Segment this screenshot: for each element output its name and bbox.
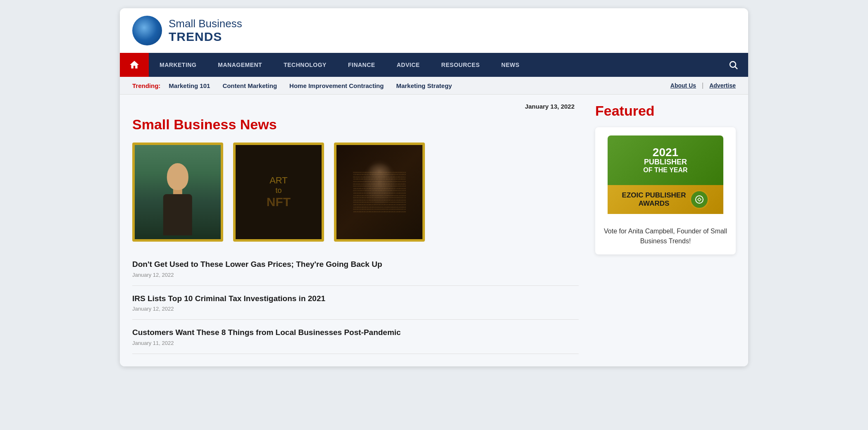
svg-point-0 [730,62,736,67]
featured-card: 2021 PUBLISHER OF THE YEAR EZOIC PUBLISH… [595,127,736,254]
art-nft-card: ART to NFT [233,143,324,242]
home-button[interactable] [120,53,149,77]
mona-figure [143,159,212,239]
trending-content-marketing[interactable]: Content Marketing [222,82,277,89]
award-badge: 2021 PUBLISHER OF THE YEAR EZOIC PUBLISH… [608,135,723,218]
logo-small-business: Small Business [169,18,242,30]
badge-circle [690,190,709,209]
nft-portrait-image: 0100101011010010100101011010010100101011… [334,143,425,242]
badge-publisher: PUBLISHER [644,158,687,166]
nav-news[interactable]: NEWS [491,54,530,76]
page-wrapper: Small Business TRENDS MARKETING MANAGEME… [120,8,748,366]
mona-face [167,163,188,190]
nav-resources[interactable]: RESOURCES [431,54,491,76]
nft-label: NFT [267,195,291,209]
badge-awards-text: AWARDS [622,200,686,208]
trending-marketing-strategy[interactable]: Marketing Strategy [396,82,452,89]
logo-text: Small Business TRENDS [169,18,242,43]
mona-body [163,194,192,235]
badge-green: 2021 PUBLISHER OF THE YEAR [608,135,723,185]
nft-to-label: to [267,186,291,195]
news-item-2: IRS Lists Top 10 Criminal Tax Investigat… [132,286,579,320]
main-nav: MARKETING MANAGEMENT TECHNOLOGY FINANCE … [120,53,748,77]
nft-art-label: ART [267,175,291,186]
news-section-title: Small Business News [132,116,579,133]
nav-technology[interactable]: TECHNOLOGY [273,54,337,76]
search-button[interactable] [718,53,748,76]
nav-items: MARKETING MANAGEMENT TECHNOLOGY FINANCE … [149,54,718,76]
ezoic-logo-icon [694,195,704,204]
news-item-date-2: January 12, 2022 [132,306,579,312]
news-section: January 13, 2022 Small Business News [132,103,579,354]
nav-advice[interactable]: ADVICE [386,54,431,76]
trending-label: Trending: [132,82,160,89]
mona-lisa-image [132,143,223,242]
mona-lisa-bg [135,145,221,239]
featured-description: Vote for Anita Campbell, Founder of Smal… [603,226,727,246]
nft-text: ART to NFT [267,175,291,209]
article-images: ART to NFT 01001010110100101001010110100… [132,143,579,242]
news-item-title-3[interactable]: Customers Want These 8 Things from Local… [132,327,579,338]
badge-ezoic-awards: EZOIC PUBLISHER AWARDS [622,191,686,208]
nav-management[interactable]: MANAGEMENT [207,54,273,76]
date-display: January 13, 2022 [132,103,579,110]
main-content: January 13, 2022 Small Business News [120,95,748,366]
nft-code-bg: 0100101011010010100101011010010100101011… [336,145,422,239]
news-list: Don't Get Used to These Lower Gas Prices… [132,252,579,354]
svg-point-2 [696,196,703,203]
trending-right: About Us | Advertise [670,82,736,89]
badge-gold: EZOIC PUBLISHER AWARDS [608,185,723,214]
news-item-date-1: January 12, 2022 [132,272,579,278]
home-icon [129,59,140,70]
advertise-link[interactable]: Advertise [709,82,736,89]
news-item-title-2[interactable]: IRS Lists Top 10 Criminal Tax Investigat… [132,293,579,304]
badge-year: 2021 [653,147,678,158]
badge-ezoic-text: EZOIC PUBLISHER [622,191,686,200]
logo-circle [132,16,162,45]
news-item-1: Don't Get Used to These Lower Gas Prices… [132,252,579,286]
badge-of-the-year: OF THE YEAR [643,166,687,174]
site-header: Small Business TRENDS [120,8,748,53]
trending-bar: Trending: Marketing 101 Content Marketin… [120,77,748,95]
trending-marketing101[interactable]: Marketing 101 [169,82,210,89]
nav-marketing[interactable]: MARKETING [149,54,207,76]
news-item-title-1[interactable]: Don't Get Used to These Lower Gas Prices… [132,259,579,270]
news-item-date-3: January 11, 2022 [132,340,579,346]
trending-links: Marketing 101 Content Marketing Home Imp… [169,82,670,89]
nav-finance[interactable]: FINANCE [337,54,386,76]
trending-home-improvement[interactable]: Home Improvement Contracting [289,82,384,89]
featured-title: Featured [595,103,736,119]
search-icon [728,60,738,70]
about-us-link[interactable]: About Us [670,82,696,89]
logo-trends: TRENDS [169,30,242,43]
news-item-3: Customers Want These 8 Things from Local… [132,320,579,354]
portrait-overlay [336,145,422,239]
divider: | [702,82,703,89]
svg-line-1 [735,67,738,69]
featured-section: Featured 2021 PUBLISHER OF THE YEAR EZOI… [595,103,736,354]
